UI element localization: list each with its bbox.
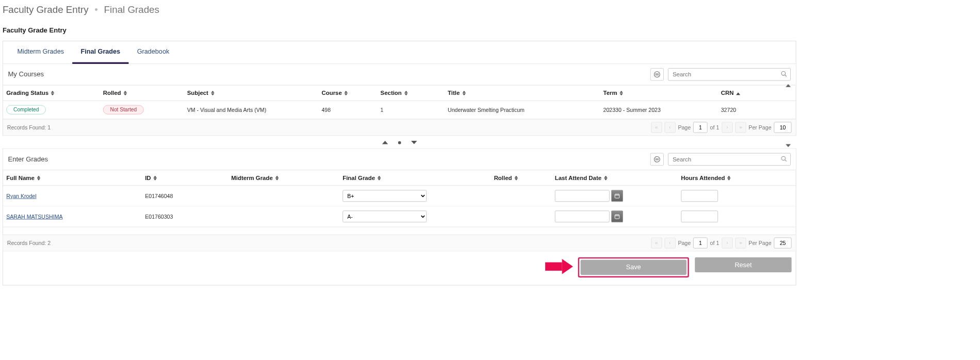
student-id: E01760303 bbox=[145, 214, 231, 220]
scroll-up-icon[interactable] bbox=[786, 84, 791, 87]
pager-of-label: of 1 bbox=[710, 124, 720, 130]
search-icon[interactable] bbox=[780, 71, 787, 78]
date-picker-button[interactable] bbox=[611, 190, 623, 202]
svg-rect-4 bbox=[615, 194, 619, 198]
courses-header-row: Grading Status Rolled Subject Course Sec… bbox=[3, 85, 796, 101]
pager-prev-button[interactable]: ‹ bbox=[664, 237, 675, 248]
sort-icon[interactable] bbox=[123, 91, 127, 95]
courses-footer: Records Found: 1 « ‹ Page of 1 › » Per P… bbox=[3, 119, 796, 136]
expand-up-icon[interactable] bbox=[382, 141, 387, 144]
my-courses-title: My Courses bbox=[8, 71, 44, 78]
sort-icon[interactable] bbox=[604, 175, 608, 180]
pager-next-button[interactable]: › bbox=[722, 237, 732, 248]
page-title: Faculty Grade Entry bbox=[0, 23, 799, 41]
tab-midterm-grades[interactable]: Midterm Grades bbox=[9, 41, 72, 63]
grades-footer: Records Found: 2 « ‹ Page of 1 › » Per P… bbox=[3, 235, 796, 251]
sort-icon[interactable] bbox=[275, 175, 279, 180]
pager-first-button[interactable]: « bbox=[651, 237, 662, 248]
final-grade-select[interactable]: B+ bbox=[342, 190, 427, 202]
pager-page-label: Page bbox=[678, 124, 691, 130]
sort-icon[interactable] bbox=[51, 91, 55, 95]
col-title[interactable]: Title bbox=[448, 90, 460, 96]
student-id: E01746048 bbox=[145, 193, 231, 199]
grades-records-found: Records Found: 2 bbox=[7, 240, 51, 246]
col-hours-attended[interactable]: Hours Attended bbox=[681, 174, 725, 181]
col-grading-status[interactable]: Grading Status bbox=[6, 90, 48, 96]
pager-page-input[interactable] bbox=[693, 122, 708, 133]
sort-asc-icon[interactable] bbox=[736, 90, 740, 96]
per-page-label: Per Page bbox=[748, 124, 771, 130]
sort-icon[interactable] bbox=[211, 91, 215, 95]
sort-icon[interactable] bbox=[727, 175, 731, 180]
highlight-arrow-icon bbox=[545, 259, 573, 274]
calendar-icon bbox=[614, 214, 620, 219]
breadcrumb-separator-icon: • bbox=[94, 4, 98, 15]
col-subject[interactable]: Subject bbox=[187, 90, 208, 96]
student-name-link[interactable]: SARAH MATSUSHIMA bbox=[6, 214, 62, 220]
sort-icon[interactable] bbox=[404, 91, 408, 95]
grades-search-input[interactable] bbox=[668, 153, 791, 166]
col-id[interactable]: ID bbox=[145, 174, 151, 181]
course-row[interactable]: Completed Not Started VM - Visual and Me… bbox=[3, 101, 796, 119]
cell-crn: 32720 bbox=[721, 107, 793, 113]
sort-icon[interactable] bbox=[514, 175, 518, 180]
sort-icon[interactable] bbox=[345, 91, 348, 95]
pager-prev-button[interactable]: ‹ bbox=[664, 122, 675, 133]
expand-down-icon[interactable] bbox=[411, 141, 417, 144]
scroll-down-icon[interactable] bbox=[786, 144, 791, 148]
search-icon[interactable] bbox=[780, 156, 787, 163]
action-bar: Save Reset bbox=[3, 251, 796, 285]
sort-icon[interactable] bbox=[37, 175, 41, 180]
tab-gradebook[interactable]: Gradebook bbox=[128, 41, 177, 63]
pager-last-button[interactable]: » bbox=[735, 122, 746, 133]
col-rolled[interactable]: Rolled bbox=[494, 174, 512, 181]
divider-handle-icon[interactable] bbox=[398, 141, 401, 144]
hours-attended-input[interactable] bbox=[681, 190, 718, 202]
cell-course: 498 bbox=[321, 107, 380, 113]
col-crn[interactable]: CRN bbox=[721, 90, 734, 96]
save-button[interactable]: Save bbox=[581, 260, 687, 275]
svg-point-1 bbox=[781, 72, 786, 76]
sort-icon[interactable] bbox=[462, 91, 466, 95]
pager-page-input[interactable] bbox=[693, 237, 708, 248]
courses-records-found: Records Found: 1 bbox=[7, 124, 51, 130]
status-badge-completed: Completed bbox=[6, 105, 46, 114]
col-term[interactable]: Term bbox=[603, 90, 617, 96]
scrollbar-indicator[interactable] bbox=[786, 84, 792, 147]
per-page-input[interactable] bbox=[774, 237, 791, 248]
sort-icon[interactable] bbox=[378, 175, 381, 180]
courses-search-input[interactable] bbox=[668, 68, 791, 80]
date-picker-button[interactable] bbox=[611, 210, 623, 222]
pager-last-button[interactable]: » bbox=[735, 237, 746, 248]
reset-button[interactable]: Reset bbox=[695, 257, 791, 272]
hours-attended-input[interactable] bbox=[681, 210, 718, 222]
col-course[interactable]: Course bbox=[321, 90, 341, 96]
col-midterm-grade[interactable]: Midterm Grade bbox=[231, 174, 273, 181]
cell-section: 1 bbox=[381, 107, 448, 113]
columns-icon bbox=[654, 156, 660, 162]
col-section[interactable]: Section bbox=[381, 90, 402, 96]
breadcrumb: Faculty Grade Entry • Final Grades bbox=[0, 0, 799, 23]
breadcrumb-root[interactable]: Faculty Grade Entry bbox=[3, 4, 89, 15]
tab-final-grades[interactable]: Final Grades bbox=[72, 41, 128, 64]
split-divider-controls bbox=[0, 138, 799, 149]
pager-first-button[interactable]: « bbox=[651, 122, 662, 133]
tabs: Midterm Grades Final Grades Gradebook bbox=[3, 41, 796, 64]
last-attend-date-input[interactable] bbox=[555, 210, 610, 222]
calendar-icon bbox=[614, 193, 620, 199]
student-name-link[interactable]: Ryan Krodel bbox=[6, 193, 36, 199]
columns-icon bbox=[654, 71, 660, 78]
enter-grades-title: Enter Grades bbox=[8, 156, 48, 163]
col-rolled[interactable]: Rolled bbox=[103, 90, 121, 96]
sort-icon[interactable] bbox=[619, 91, 623, 95]
col-full-name[interactable]: Full Name bbox=[6, 174, 35, 181]
status-badge-not-started: Not Started bbox=[103, 105, 144, 114]
columns-settings-button[interactable] bbox=[650, 68, 664, 80]
pager-next-button[interactable]: › bbox=[722, 122, 732, 133]
last-attend-date-input[interactable] bbox=[555, 190, 610, 202]
sort-icon[interactable] bbox=[153, 175, 157, 180]
final-grade-select[interactable]: A- bbox=[342, 210, 427, 222]
col-last-attend[interactable]: Last Attend Date bbox=[555, 174, 601, 181]
columns-settings-button[interactable] bbox=[650, 153, 664, 166]
col-final-grade[interactable]: Final Grade bbox=[342, 174, 375, 181]
